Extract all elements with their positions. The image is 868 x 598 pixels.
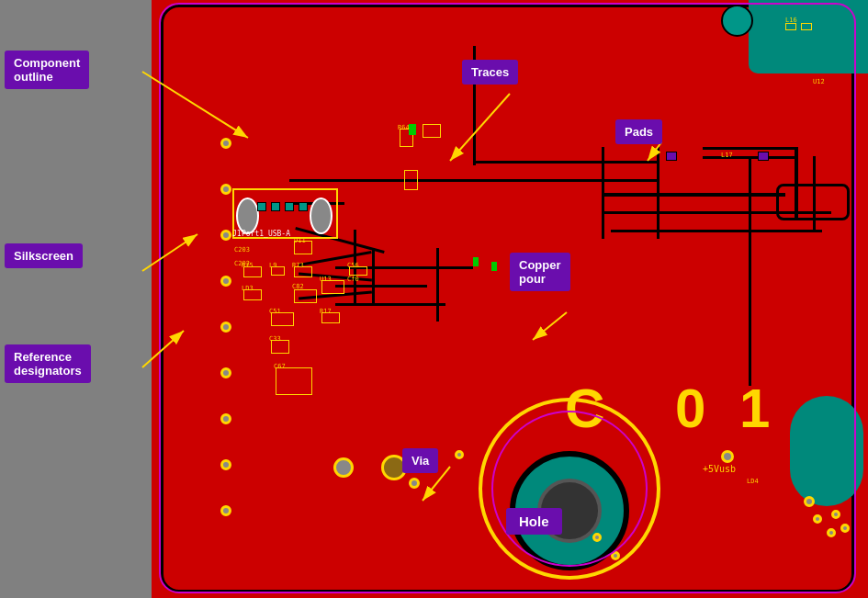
pcb-canvas: C 0 1 xyxy=(0,0,868,598)
annotation-via: Via xyxy=(402,448,438,473)
annotation-pads: Pads xyxy=(615,119,662,144)
ref-ld4: LD4 xyxy=(747,478,759,485)
left-sidebar xyxy=(0,0,152,598)
annotation-traces: Traces xyxy=(462,60,518,85)
annotation-component-outline: Component outline xyxy=(5,51,89,89)
annotation-silkscreen: Silkscreen xyxy=(5,243,83,268)
annotation-reference-designators: Reference designators xyxy=(5,344,91,383)
annotation-hole: Hole xyxy=(506,508,562,535)
annotation-copper-pour: Copper pour xyxy=(510,253,570,291)
hole-ring-magenta xyxy=(491,411,648,567)
